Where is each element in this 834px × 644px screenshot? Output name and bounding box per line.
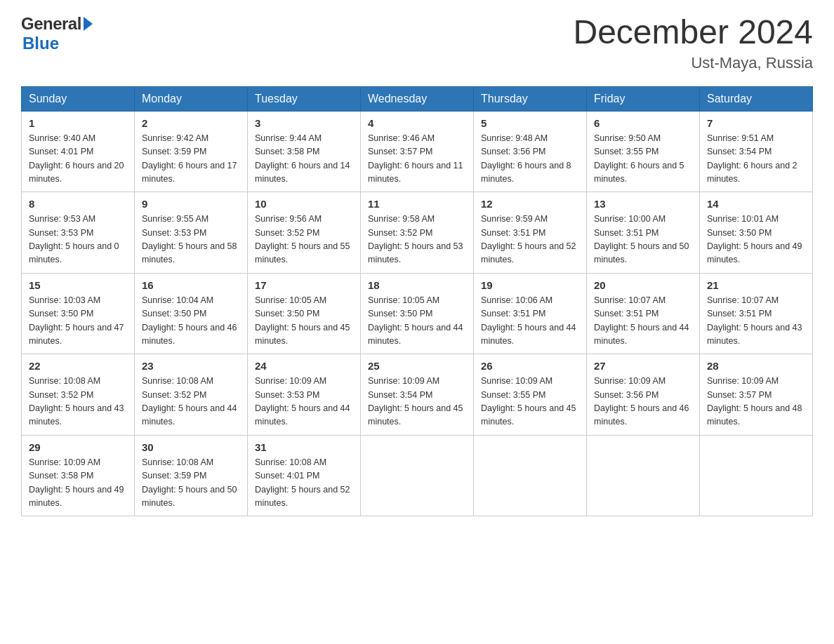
day-number: 29 [29, 441, 127, 453]
calendar-cell [700, 435, 813, 516]
day-info: Sunrise: 10:07 AM Sunset: 3:51 PM Daylig… [594, 294, 692, 349]
day-header-monday: Monday [135, 86, 248, 111]
calendar-cell: 24 Sunrise: 10:09 AM Sunset: 3:53 PM Day… [248, 354, 361, 436]
day-number: 21 [707, 279, 805, 291]
page-header: General Blue December 2024 Ust-Maya, Rus… [21, 14, 813, 72]
day-info: Sunrise: 10:09 AM Sunset: 3:56 PM Daylig… [594, 375, 692, 429]
day-header-sunday: Sunday [22, 86, 135, 111]
calendar-cell: 26 Sunrise: 10:09 AM Sunset: 3:55 PM Day… [474, 354, 587, 436]
day-number: 9 [142, 198, 240, 210]
logo-general-text: General [21, 14, 81, 34]
day-number: 10 [255, 198, 353, 210]
calendar-week-row: 8 Sunrise: 9:53 AM Sunset: 3:53 PM Dayli… [22, 192, 813, 274]
day-info: Sunrise: 10:05 AM Sunset: 3:50 PM Daylig… [255, 294, 353, 349]
calendar-title: December 2024 [573, 14, 813, 51]
calendar-subtitle: Ust-Maya, Russia [573, 54, 813, 72]
day-info: Sunrise: 10:09 AM Sunset: 3:53 PM Daylig… [255, 375, 353, 429]
day-info: Sunrise: 10:07 AM Sunset: 3:51 PM Daylig… [707, 294, 805, 349]
calendar-cell [587, 435, 700, 516]
day-number: 25 [368, 360, 466, 372]
calendar-cell: 22 Sunrise: 10:08 AM Sunset: 3:52 PM Day… [22, 354, 135, 436]
calendar-cell: 20 Sunrise: 10:07 AM Sunset: 3:51 PM Day… [587, 273, 700, 354]
day-info: Sunrise: 9:58 AM Sunset: 3:52 PM Dayligh… [368, 213, 466, 267]
day-info: Sunrise: 10:06 AM Sunset: 3:51 PM Daylig… [481, 294, 579, 349]
calendar-cell: 12 Sunrise: 9:59 AM Sunset: 3:51 PM Dayl… [474, 192, 587, 274]
calendar-cell: 18 Sunrise: 10:05 AM Sunset: 3:50 PM Day… [361, 273, 474, 354]
day-info: Sunrise: 10:03 AM Sunset: 3:50 PM Daylig… [29, 294, 127, 349]
logo-line1: General [21, 14, 93, 34]
day-number: 30 [142, 441, 240, 453]
calendar-header-row: SundayMondayTuesdayWednesdayThursdayFrid… [22, 86, 813, 111]
day-info: Sunrise: 9:51 AM Sunset: 3:54 PM Dayligh… [707, 132, 805, 187]
day-number: 8 [29, 198, 127, 210]
day-info: Sunrise: 9:55 AM Sunset: 3:53 PM Dayligh… [142, 213, 240, 267]
day-number: 18 [368, 279, 466, 291]
day-header-wednesday: Wednesday [361, 86, 474, 111]
calendar-week-row: 15 Sunrise: 10:03 AM Sunset: 3:50 PM Day… [22, 273, 813, 354]
day-number: 19 [481, 279, 579, 291]
day-number: 22 [29, 360, 127, 372]
day-header-friday: Friday [587, 86, 700, 111]
day-info: Sunrise: 10:09 AM Sunset: 3:58 PM Daylig… [29, 456, 127, 511]
day-info: Sunrise: 9:44 AM Sunset: 3:58 PM Dayligh… [255, 132, 353, 187]
calendar-week-row: 22 Sunrise: 10:08 AM Sunset: 3:52 PM Day… [22, 354, 813, 436]
calendar-cell: 30 Sunrise: 10:08 AM Sunset: 3:59 PM Day… [135, 435, 248, 516]
title-block: December 2024 Ust-Maya, Russia [573, 14, 813, 72]
day-number: 11 [368, 198, 466, 210]
calendar-cell [474, 435, 587, 516]
calendar-cell: 25 Sunrise: 10:09 AM Sunset: 3:54 PM Day… [361, 354, 474, 436]
calendar-cell: 15 Sunrise: 10:03 AM Sunset: 3:50 PM Day… [22, 273, 135, 354]
day-info: Sunrise: 10:09 AM Sunset: 3:57 PM Daylig… [707, 375, 805, 429]
calendar-week-row: 29 Sunrise: 10:09 AM Sunset: 3:58 PM Day… [22, 435, 813, 516]
day-number: 23 [142, 360, 240, 372]
calendar-cell: 7 Sunrise: 9:51 AM Sunset: 3:54 PM Dayli… [700, 111, 813, 192]
calendar-cell: 19 Sunrise: 10:06 AM Sunset: 3:51 PM Day… [474, 273, 587, 354]
calendar-cell: 14 Sunrise: 10:01 AM Sunset: 3:50 PM Day… [700, 192, 813, 274]
logo-flag [84, 17, 93, 31]
calendar-cell: 3 Sunrise: 9:44 AM Sunset: 3:58 PM Dayli… [248, 111, 361, 192]
day-number: 24 [255, 360, 353, 372]
day-info: Sunrise: 10:08 AM Sunset: 3:52 PM Daylig… [142, 375, 240, 429]
calendar-table: SundayMondayTuesdayWednesdayThursdayFrid… [21, 86, 813, 517]
day-number: 4 [368, 117, 466, 129]
logo-blue-text: Blue [22, 34, 59, 53]
calendar-cell: 8 Sunrise: 9:53 AM Sunset: 3:53 PM Dayli… [22, 192, 135, 274]
calendar-cell: 2 Sunrise: 9:42 AM Sunset: 3:59 PM Dayli… [135, 111, 248, 192]
calendar-cell: 6 Sunrise: 9:50 AM Sunset: 3:55 PM Dayli… [587, 111, 700, 192]
day-number: 16 [142, 279, 240, 291]
day-number: 26 [481, 360, 579, 372]
day-info: Sunrise: 9:50 AM Sunset: 3:55 PM Dayligh… [594, 132, 692, 187]
day-number: 17 [255, 279, 353, 291]
calendar-cell: 9 Sunrise: 9:55 AM Sunset: 3:53 PM Dayli… [135, 192, 248, 274]
day-number: 5 [481, 117, 579, 129]
day-number: 1 [29, 117, 127, 129]
day-info: Sunrise: 10:01 AM Sunset: 3:50 PM Daylig… [707, 213, 805, 267]
day-info: Sunrise: 9:53 AM Sunset: 3:53 PM Dayligh… [29, 213, 127, 267]
calendar-cell: 16 Sunrise: 10:04 AM Sunset: 3:50 PM Day… [135, 273, 248, 354]
day-number: 14 [707, 198, 805, 210]
day-info: Sunrise: 9:46 AM Sunset: 3:57 PM Dayligh… [368, 132, 466, 187]
day-info: Sunrise: 10:09 AM Sunset: 3:55 PM Daylig… [481, 375, 579, 429]
calendar-cell: 4 Sunrise: 9:46 AM Sunset: 3:57 PM Dayli… [361, 111, 474, 192]
calendar-cell: 31 Sunrise: 10:08 AM Sunset: 4:01 PM Day… [248, 435, 361, 516]
day-info: Sunrise: 9:56 AM Sunset: 3:52 PM Dayligh… [255, 213, 353, 267]
day-number: 2 [142, 117, 240, 129]
day-header-thursday: Thursday [474, 86, 587, 111]
calendar-cell: 10 Sunrise: 9:56 AM Sunset: 3:52 PM Dayl… [248, 192, 361, 274]
calendar-cell: 27 Sunrise: 10:09 AM Sunset: 3:56 PM Day… [587, 354, 700, 436]
calendar-cell: 5 Sunrise: 9:48 AM Sunset: 3:56 PM Dayli… [474, 111, 587, 192]
day-info: Sunrise: 9:59 AM Sunset: 3:51 PM Dayligh… [481, 213, 579, 267]
day-info: Sunrise: 9:42 AM Sunset: 3:59 PM Dayligh… [142, 132, 240, 187]
flag-triangle-icon [84, 17, 93, 31]
logo: General Blue [21, 14, 93, 53]
day-number: 6 [594, 117, 692, 129]
calendar-cell: 28 Sunrise: 10:09 AM Sunset: 3:57 PM Day… [700, 354, 813, 436]
day-info: Sunrise: 9:48 AM Sunset: 3:56 PM Dayligh… [481, 132, 579, 187]
calendar-cell: 1 Sunrise: 9:40 AM Sunset: 4:01 PM Dayli… [22, 111, 135, 192]
calendar-cell: 29 Sunrise: 10:09 AM Sunset: 3:58 PM Day… [22, 435, 135, 516]
day-number: 12 [481, 198, 579, 210]
calendar-cell: 17 Sunrise: 10:05 AM Sunset: 3:50 PM Day… [248, 273, 361, 354]
day-info: Sunrise: 10:08 AM Sunset: 3:52 PM Daylig… [29, 375, 127, 429]
day-header-tuesday: Tuesday [248, 86, 361, 111]
day-number: 3 [255, 117, 353, 129]
